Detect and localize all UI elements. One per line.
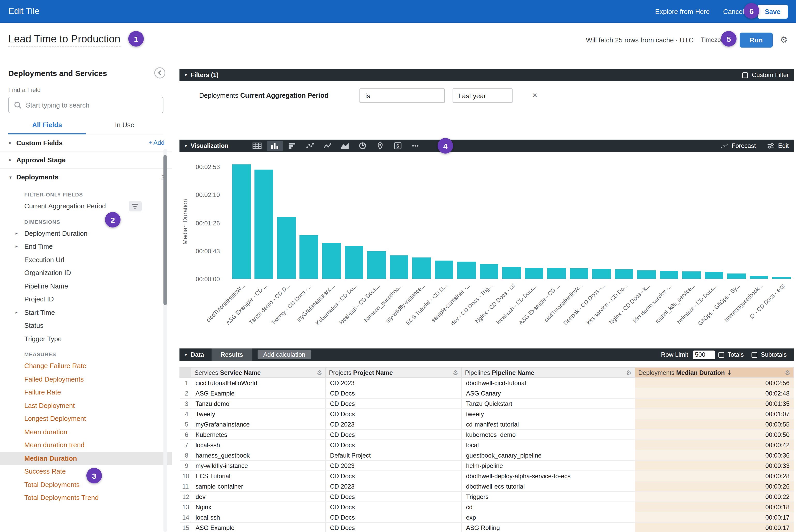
table-cell[interactable]: cd-manifest-tutorial bbox=[462, 419, 635, 430]
explore-from-here-link[interactable]: Explore from Here bbox=[655, 7, 710, 15]
table-cell[interactable]: Nginx bbox=[191, 502, 326, 512]
field-median-duration[interactable]: Median Duration bbox=[0, 452, 172, 465]
filter-operator-select[interactable]: is bbox=[359, 89, 445, 103]
table-cell[interactable]: 00:02:48 bbox=[635, 388, 794, 398]
chart-bar[interactable] bbox=[750, 276, 768, 279]
table-cell[interactable]: helm-pipeline bbox=[462, 460, 635, 471]
table-cell[interactable]: exp bbox=[462, 512, 635, 522]
field-deployment-duration[interactable]: ▸Deployment Duration bbox=[0, 227, 172, 240]
chart-bar[interactable] bbox=[660, 271, 678, 279]
column-header-pipeline-name[interactable]: ⚙Pipelines Pipeline Name bbox=[462, 367, 635, 378]
table-cell[interactable]: 00:00:26 bbox=[635, 481, 794, 491]
column-chart-icon[interactable] bbox=[266, 140, 283, 151]
field-longest-deployment[interactable]: Longest Deployment bbox=[0, 412, 172, 425]
table-cell[interactable]: 00:00:36 bbox=[635, 450, 794, 460]
add-custom-field-link[interactable]: + Add bbox=[148, 139, 165, 146]
table-cell[interactable]: local bbox=[462, 440, 635, 450]
table-cell[interactable]: harness_guestbook bbox=[191, 450, 326, 460]
field-search[interactable] bbox=[8, 97, 163, 113]
chart-bar[interactable] bbox=[637, 270, 655, 279]
table-cell[interactable]: ECS Tutorial bbox=[191, 471, 326, 481]
map-chart-icon[interactable] bbox=[372, 140, 388, 151]
table-cell[interactable]: ASG Rolling bbox=[462, 522, 635, 532]
table-cell[interactable]: Tanzu demo bbox=[191, 398, 326, 409]
table-cell[interactable]: 00:00:28 bbox=[635, 471, 794, 481]
column-header-service-name[interactable]: ⚙Services Service Name bbox=[191, 367, 326, 378]
column-gear-icon[interactable]: ⚙ bbox=[317, 369, 322, 376]
chart-bar[interactable] bbox=[345, 246, 363, 279]
field-mean-duration[interactable]: Mean duration bbox=[0, 425, 172, 438]
sidebar-scrollbar[interactable] bbox=[163, 149, 167, 532]
table-cell[interactable]: 00:00:22 bbox=[635, 491, 794, 502]
tab-all-fields[interactable]: All Fields bbox=[8, 121, 86, 134]
chart-bar[interactable] bbox=[682, 271, 701, 279]
field-end-time[interactable]: ▸End Time bbox=[0, 240, 172, 253]
field-project-id[interactable]: Project ID bbox=[0, 292, 172, 306]
table-cell[interactable]: CD 2023 bbox=[326, 378, 462, 388]
field-search-input[interactable] bbox=[26, 101, 158, 109]
tab-results[interactable]: Results bbox=[211, 348, 253, 361]
chart-bar[interactable] bbox=[322, 243, 340, 279]
totals-checkbox[interactable] bbox=[718, 352, 724, 358]
collapse-data-icon[interactable]: ▾ bbox=[185, 352, 187, 357]
table-chart-icon[interactable] bbox=[249, 140, 265, 151]
collapse-filters-icon[interactable]: ▾ bbox=[185, 72, 187, 78]
field-status[interactable]: Status bbox=[0, 319, 172, 332]
filter-value-input[interactable]: Last year bbox=[452, 89, 513, 103]
column-gear-icon[interactable]: ⚙ bbox=[626, 369, 631, 376]
sidebar-group-custom-fields[interactable]: ▸Custom Fields+ Add bbox=[0, 134, 172, 151]
field-current-aggregation-period[interactable]: Current Aggregation Period bbox=[0, 200, 172, 213]
table-cell[interactable]: Tanzu Quickstart bbox=[462, 398, 635, 409]
field-pipeline-name[interactable]: Pipeline Name bbox=[0, 280, 172, 292]
chart-bar[interactable] bbox=[502, 267, 521, 279]
chart-bar[interactable] bbox=[727, 273, 746, 279]
table-cell[interactable]: CD Docs bbox=[326, 430, 462, 440]
tile-title-input[interactable]: Lead Time to Production bbox=[8, 33, 121, 47]
chart-bar[interactable] bbox=[367, 251, 386, 279]
table-cell[interactable]: 00:01:07 bbox=[635, 409, 794, 419]
bar-chart-icon[interactable] bbox=[284, 140, 300, 151]
run-button[interactable]: Run bbox=[740, 32, 773, 47]
table-cell[interactable]: 00:01:35 bbox=[635, 398, 794, 409]
cancel-link[interactable]: Cancel bbox=[723, 7, 744, 15]
table-cell[interactable]: CD Docs bbox=[326, 471, 462, 481]
field-failed-deployments[interactable]: Failed Deployments bbox=[0, 373, 172, 386]
line-chart-icon[interactable] bbox=[319, 140, 335, 151]
table-cell[interactable]: Triggers bbox=[462, 491, 635, 502]
chart-bar[interactable] bbox=[412, 258, 430, 279]
table-cell[interactable]: 00:00:33 bbox=[635, 460, 794, 471]
chart-bar[interactable] bbox=[300, 235, 318, 279]
table-cell[interactable]: dev bbox=[191, 491, 326, 502]
table-cell[interactable]: 00:00:50 bbox=[635, 430, 794, 440]
field-trigger-type[interactable]: Trigger Type bbox=[0, 332, 172, 345]
subtotals-checkbox[interactable] bbox=[752, 352, 757, 358]
table-cell[interactable]: CD 2023 bbox=[326, 460, 462, 471]
column-header-project-name[interactable]: ⚙Projects Project Name bbox=[326, 367, 462, 378]
table-cell[interactable]: my-wildfly-instance bbox=[191, 460, 326, 471]
table-cell[interactable]: CD Docs bbox=[326, 398, 462, 409]
table-cell[interactable]: 00:00:18 bbox=[635, 502, 794, 512]
table-cell[interactable]: kubernetes_demo bbox=[462, 430, 635, 440]
table-cell[interactable]: CD Docs bbox=[326, 491, 462, 502]
collapse-visualization-icon[interactable]: ▾ bbox=[185, 143, 187, 148]
chart-bar[interactable] bbox=[615, 269, 633, 279]
column-gear-icon[interactable]: ⚙ bbox=[452, 369, 458, 376]
table-cell[interactable]: 00:00:42 bbox=[635, 440, 794, 450]
table-cell[interactable]: 00:00:17 bbox=[635, 512, 794, 522]
table-cell[interactable]: CD 2023 bbox=[326, 481, 462, 491]
chart-bar[interactable] bbox=[547, 268, 566, 279]
scrollbar-thumb[interactable] bbox=[163, 155, 167, 305]
chart-bar[interactable] bbox=[480, 264, 498, 279]
filter-by-field-icon[interactable] bbox=[129, 201, 142, 211]
chart-bar[interactable] bbox=[435, 261, 453, 279]
field-failure-rate[interactable]: Failure Rate bbox=[0, 386, 172, 399]
table-cell[interactable]: Kubernetes bbox=[191, 430, 326, 440]
table-cell[interactable]: CD Docs bbox=[326, 522, 462, 532]
field-start-time[interactable]: ▸Start Time bbox=[0, 306, 172, 319]
sidebar-group-approval-stage[interactable]: ▸Approval Stage bbox=[0, 151, 172, 169]
chart-bar[interactable] bbox=[570, 268, 588, 279]
chart-bar[interactable] bbox=[232, 165, 251, 279]
field-execution-url[interactable]: Execution Url bbox=[0, 253, 172, 266]
table-cell[interactable]: dbothwell-cicd-tutorial bbox=[462, 378, 635, 388]
tab-in-use[interactable]: In Use bbox=[86, 121, 163, 134]
